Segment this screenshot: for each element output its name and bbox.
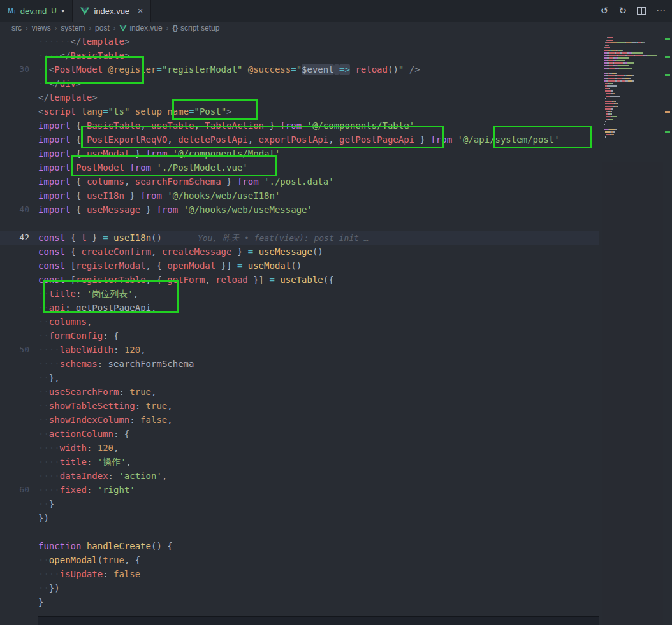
line-number[interactable] — [0, 189, 29, 203]
line-number[interactable] — [0, 581, 29, 595]
code-line[interactable]: import { columns, searchFormSchema } fro… — [0, 175, 599, 189]
line-number[interactable]: 42 — [0, 231, 29, 245]
code-line[interactable]: </template> — [0, 90, 599, 104]
breadcrumb-item-index-vue[interactable]: index.vue — [119, 24, 162, 32]
line-number[interactable] — [0, 497, 29, 511]
code-line[interactable]: } — [0, 595, 599, 609]
code-area[interactable]: ······</template>····</BasicTable>30··<P… — [0, 34, 599, 609]
line-number[interactable] — [0, 427, 29, 441]
code-line[interactable]: ······</template> — [0, 34, 599, 48]
breadcrumb-item-post[interactable]: post — [95, 24, 110, 32]
breadcrumb-item-views[interactable]: views — [32, 24, 51, 32]
code-line[interactable]: ····schemas: searchFormSchema — [0, 357, 599, 371]
code-line[interactable]: const [registerTable, { getForm, reload … — [0, 273, 599, 287]
code-line[interactable]: 60····fixed: 'right' — [0, 483, 599, 497]
close-icon[interactable]: × — [138, 6, 143, 16]
breadcrumb-item-src[interactable]: src — [11, 24, 22, 32]
code-line[interactable]: ··title: '岗位列表', — [0, 287, 599, 301]
code-line[interactable]: function handleCreate() { — [0, 539, 599, 553]
code-line[interactable]: }) — [0, 511, 599, 525]
line-number[interactable] — [0, 329, 29, 343]
line-number[interactable] — [0, 287, 29, 301]
line-number[interactable] — [0, 273, 29, 287]
line-number[interactable] — [0, 357, 29, 371]
horizontal-scrollbar[interactable] — [38, 616, 599, 625]
code-line[interactable]: import PostModel from './PostModel.vue' — [0, 161, 599, 175]
line-number[interactable] — [0, 104, 29, 119]
code-line[interactable]: import { useI18n } from '@/hooks/web/use… — [0, 189, 599, 203]
breadcrumb-item-system[interactable]: system — [61, 24, 85, 32]
timeline-undo-icon[interactable]: ↺ — [601, 5, 609, 17]
code-line[interactable]: ··</div> — [0, 76, 599, 90]
code-line[interactable]: const [registerModal, { openModal }] = u… — [0, 259, 599, 273]
code-line[interactable]: const { createConfirm, createMessage } =… — [0, 245, 599, 259]
line-number[interactable] — [0, 441, 29, 455]
code-line[interactable]: import { useModal } from '@/components/M… — [0, 147, 599, 161]
code-line[interactable]: ····</BasicTable> — [0, 48, 599, 62]
code-line[interactable]: ··columns, — [0, 315, 599, 329]
code-line[interactable]: 50····labelWidth: 120, — [0, 343, 599, 357]
line-number[interactable] — [0, 567, 29, 581]
code-line[interactable]: ··actionColumn: { — [0, 427, 599, 441]
code-line[interactable]: ··openModal(true, { — [0, 553, 599, 567]
code-line[interactable]: 40import { useMessage } from '@/hooks/we… — [0, 203, 599, 217]
editor[interactable]: ······</template>····</BasicTable>30··<P… — [0, 34, 672, 625]
tab-dev-md[interactable]: M↓ dev.md U ● — [0, 0, 73, 22]
line-number[interactable] — [0, 525, 29, 539]
line-number[interactable]: 30 — [0, 62, 29, 76]
timeline-redo-icon[interactable]: ↻ — [618, 5, 627, 17]
line-number[interactable] — [0, 147, 29, 161]
line-number[interactable] — [0, 175, 29, 189]
code-line[interactable]: 30··<PostModel @register="registerModal"… — [0, 62, 599, 76]
code-line[interactable]: ··api: getPostPageApi, — [0, 301, 599, 315]
code-line[interactable]: 42const { t } = useI18n()You, 昨天 • feat(… — [0, 231, 599, 245]
line-number[interactable] — [0, 48, 29, 62]
code-line[interactable]: ··}, — [0, 371, 599, 385]
line-number[interactable] — [0, 245, 29, 259]
line-number[interactable] — [0, 259, 29, 273]
line-number[interactable] — [0, 385, 29, 399]
code-line[interactable]: ··} — [0, 497, 599, 511]
line-number[interactable] — [0, 539, 29, 553]
line-number[interactable] — [0, 511, 29, 525]
code-line[interactable]: ··showTableSetting: true, — [0, 399, 599, 413]
code-line[interactable]: ····dataIndex: 'action', — [0, 469, 599, 483]
line-number[interactable] — [0, 399, 29, 413]
line-number[interactable] — [0, 315, 29, 329]
line-number[interactable]: 50 — [0, 343, 29, 357]
tab-index-vue[interactable]: index.vue × — [73, 0, 151, 22]
code-line[interactable] — [0, 525, 599, 539]
line-number[interactable] — [0, 76, 29, 90]
code-line[interactable]: ····isUpdate: false — [0, 567, 599, 581]
line-number[interactable]: 60 — [0, 483, 29, 497]
dirty-indicator-icon[interactable]: ● — [61, 8, 64, 14]
line-number[interactable]: 40 — [0, 203, 29, 217]
line-number[interactable] — [0, 217, 29, 231]
code-line[interactable]: ····title: '操作', — [0, 455, 599, 469]
line-number[interactable] — [0, 469, 29, 483]
split-editor-icon[interactable] — [637, 7, 646, 15]
line-number[interactable] — [0, 161, 29, 175]
line-number[interactable] — [0, 90, 29, 104]
line-number[interactable] — [0, 371, 29, 385]
line-number[interactable] — [0, 413, 29, 427]
minimap[interactable] — [602, 36, 663, 625]
code-line[interactable]: ··formConfig: { — [0, 329, 599, 343]
breadcrumb-item-script-setup[interactable]: {}script setup — [172, 24, 219, 32]
line-number[interactable] — [0, 301, 29, 315]
code-line[interactable]: import { BasicTable, useTable, TableActi… — [0, 119, 599, 133]
code-line[interactable]: ··useSearchForm: true, — [0, 385, 599, 399]
code-line[interactable]: ··showIndexColumn: false, — [0, 413, 599, 427]
code-line[interactable]: ····width: 120, — [0, 441, 599, 455]
line-number[interactable] — [0, 119, 29, 133]
line-number[interactable] — [0, 455, 29, 469]
code-line[interactable]: ··}) — [0, 581, 599, 595]
code-line[interactable]: <script lang="ts" setup name="Post"> — [0, 104, 599, 119]
line-number[interactable] — [0, 133, 29, 147]
line-number[interactable] — [0, 595, 29, 609]
more-actions-icon[interactable]: ⋯ — [656, 5, 666, 17]
code-line[interactable]: import { PostExportReqVO, deletePostApi,… — [0, 133, 599, 147]
line-number[interactable] — [0, 553, 29, 567]
code-line[interactable] — [0, 217, 599, 231]
line-number[interactable] — [0, 34, 29, 48]
